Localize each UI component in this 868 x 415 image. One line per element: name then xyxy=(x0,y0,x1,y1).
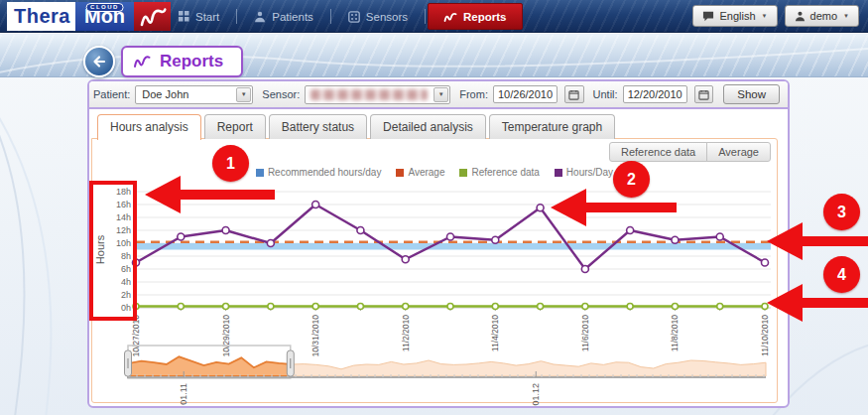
nav-item-label: Sensors xyxy=(366,11,408,23)
svg-text:10h: 10h xyxy=(116,238,131,248)
svg-text:01.11: 01.11 xyxy=(179,383,188,405)
hours-analysis-panel: Reference data Average Recommended hours… xyxy=(91,138,778,403)
page-title-box: Reports xyxy=(121,46,243,77)
svg-text:12h: 12h xyxy=(116,225,131,235)
arrow-left-icon xyxy=(91,54,107,69)
filter-bar: Patient: Doe John ▼ Sensor: ▼ From: 10/2… xyxy=(89,81,788,109)
until-calendar-button[interactable] xyxy=(694,85,714,103)
logo-thera-text: Thera xyxy=(7,2,75,31)
legend-recommended: Recommended hours/day xyxy=(256,167,382,178)
calendar-icon xyxy=(698,89,709,100)
until-label: Until: xyxy=(593,88,618,100)
sensor-label: Sensor: xyxy=(262,88,300,100)
sensor-select-redacted-value xyxy=(310,89,428,100)
sensors-chip-icon xyxy=(348,11,360,23)
svg-text:16h: 16h xyxy=(116,200,131,209)
svg-text:2h: 2h xyxy=(121,290,131,300)
user-person-icon xyxy=(795,11,806,22)
legend-reference-data: Reference data xyxy=(459,167,539,178)
back-button[interactable] xyxy=(83,46,115,77)
content-container: Patient: Doe John ▼ Sensor: ▼ From: 10/2… xyxy=(87,79,790,408)
nav-separator xyxy=(425,9,426,24)
logo-cloud-badge: CLOUD xyxy=(85,3,124,12)
logo-mon-text: Mon CLOUD xyxy=(75,2,134,31)
hours-analysis-chart: 0h2h4h6h8h10h12h14h16h18hHours10/27/2010… xyxy=(92,179,779,353)
tab-hours-analysis[interactable]: Hours analysis xyxy=(97,114,201,140)
sensor-select[interactable]: ▼ xyxy=(305,85,450,104)
main-menu: Start Patients Sensors Reports xyxy=(162,0,525,33)
nav-item-label: Patients xyxy=(272,11,313,23)
theramon-logo[interactable]: Thera Mon CLOUD xyxy=(7,2,171,31)
nav-item-sensors[interactable]: Sensors xyxy=(331,0,425,33)
chart-legend: Recommended hours/day Average Reference … xyxy=(92,167,777,178)
language-label: English xyxy=(719,10,755,22)
legend-hours-day: Hours/Day xyxy=(555,167,613,178)
svg-text:01.12: 01.12 xyxy=(531,383,541,406)
average-button[interactable]: Average xyxy=(706,142,771,162)
user-dropdown-button[interactable]: demo ▼ xyxy=(785,5,859,27)
svg-text:4h: 4h xyxy=(121,277,131,287)
chart-range-navigator[interactable]: 01.1101.12 xyxy=(92,345,779,404)
nav-item-label: Reports xyxy=(463,11,506,23)
svg-text:6h: 6h xyxy=(121,264,131,274)
from-label: From: xyxy=(459,88,488,100)
start-grid-icon xyxy=(179,11,189,22)
user-label: demo xyxy=(810,10,838,22)
legend-swatch-hours-day xyxy=(555,169,562,177)
page-title: Reports xyxy=(160,52,223,71)
tab-detailed-analysis[interactable]: Detailed analysis xyxy=(370,114,486,139)
nav-item-label: Start xyxy=(195,11,219,23)
legend-average: Average xyxy=(396,167,444,178)
reports-wave-icon xyxy=(133,54,151,69)
patient-select[interactable]: Doe John ▼ xyxy=(135,85,253,104)
from-date-input[interactable]: 10/26/2010 xyxy=(493,85,558,103)
svg-text:18h: 18h xyxy=(116,187,131,197)
language-dropdown-button[interactable]: English ▼ xyxy=(692,5,777,27)
tab-temperature-graph[interactable]: Temperature graph xyxy=(489,114,615,139)
report-tabs: Hours analysis Report Battery status Det… xyxy=(97,114,615,139)
svg-text:8h: 8h xyxy=(121,251,131,261)
patient-label: Patient: xyxy=(93,88,130,100)
patient-select-value: Doe John xyxy=(136,88,235,100)
chevron-down-icon[interactable]: ▼ xyxy=(236,87,251,102)
svg-text:14h: 14h xyxy=(116,212,131,222)
nav-item-reports[interactable]: Reports xyxy=(428,3,522,30)
until-date-input[interactable]: 12/20/2010 xyxy=(623,85,687,103)
tab-battery-status[interactable]: Battery status xyxy=(269,114,367,139)
nav-item-patients[interactable]: Patients xyxy=(237,0,330,33)
chevron-down-icon[interactable]: ▼ xyxy=(434,87,448,102)
reference-data-button[interactable]: Reference data xyxy=(609,142,707,162)
speech-bubble-icon xyxy=(702,11,714,22)
legend-swatch-reference xyxy=(459,169,467,177)
show-button[interactable]: Show xyxy=(723,84,780,104)
chevron-down-icon: ▼ xyxy=(843,13,849,19)
tab-report[interactable]: Report xyxy=(204,114,266,139)
nav-item-start[interactable]: Start xyxy=(162,0,236,33)
chevron-down-icon: ▼ xyxy=(762,13,768,19)
legend-swatch-average xyxy=(396,169,404,177)
from-calendar-button[interactable] xyxy=(564,85,584,103)
chart-toggle-buttons: Reference data Average xyxy=(609,142,771,162)
reports-wave-icon xyxy=(443,11,457,23)
legend-swatch-recommended xyxy=(256,169,264,177)
patients-person-icon xyxy=(254,11,266,23)
calendar-icon xyxy=(568,89,579,100)
top-navbar: Thera Mon CLOUD Start Patients xyxy=(0,0,868,33)
svg-text:0h: 0h xyxy=(121,303,131,313)
svg-text:Hours: Hours xyxy=(94,234,106,264)
navbar-right-controls: English ▼ demo ▼ xyxy=(692,5,859,27)
